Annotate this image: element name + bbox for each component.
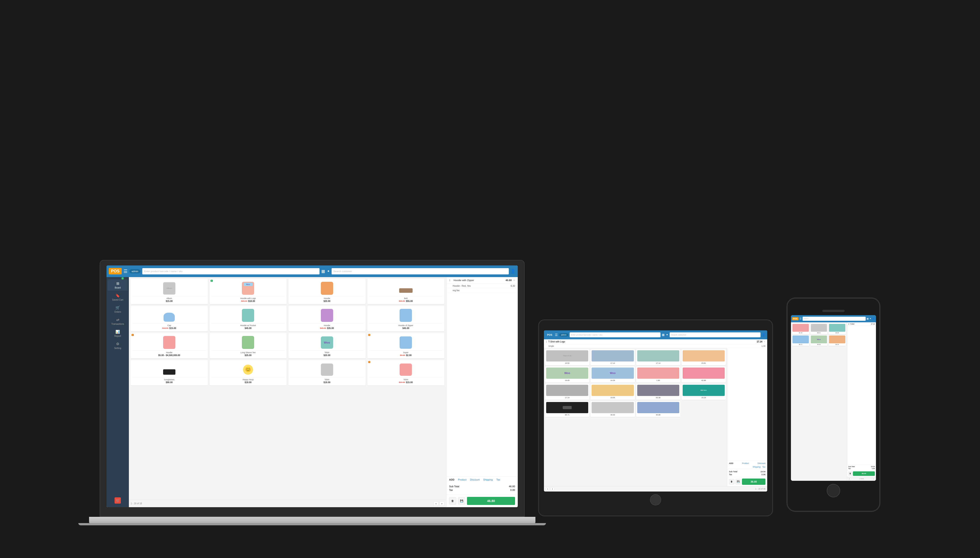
product-card[interactable]: Woo 14.29 — [590, 366, 635, 382]
product-card[interactable]: 4 Hoodie $5.00 - $4,500,000.00 — [131, 333, 208, 358]
tablet-cart-side: ADD Product Discount Shipping Tax Sub To… — [727, 348, 767, 486]
product-card[interactable]: 19.05 — [590, 384, 635, 400]
tablet-cart-delete[interactable]: ✕ — [764, 340, 765, 343]
phone-search[interactable]: Search... — [803, 317, 866, 321]
add-tax-link[interactable]: Tax — [496, 478, 500, 481]
menu-icon[interactable]: ☰ — [123, 269, 128, 274]
add-shipping-link[interactable]: Shipping — [483, 478, 493, 481]
product-card[interactable]: Woo 19.05 — [545, 366, 589, 382]
product-card[interactable]: $9.21 — [810, 323, 828, 334]
product-card[interactable]: 52.38 — [636, 384, 680, 400]
product-card[interactable]: 5 Super $3.00 $2.00 — [367, 333, 444, 358]
product-name: Album — [133, 297, 206, 299]
tablet-home-button[interactable] — [650, 494, 661, 505]
tablet-add-shipping[interactable]: Shipping — [753, 466, 760, 468]
product-card[interactable]: 17.14 — [590, 349, 635, 365]
product-card[interactable]: $3.20 — [828, 335, 846, 346]
product-card[interactable]: 1.90 — [636, 366, 680, 382]
sidebar-item-report[interactable]: 📊 Report — [108, 328, 128, 339]
product-card[interactable]: Belt $65.00 $55.00 — [367, 279, 444, 304]
product-card[interactable]: Woo Tshirt $20.00 — [288, 333, 365, 358]
product-card[interactable]: Hoodie w/ Pocket $45.00 — [210, 306, 287, 331]
tablet: POS ☰ admin Enter product barcode / name… — [538, 319, 773, 516]
product-card[interactable]: Album Album $15.00 — [131, 279, 208, 304]
sidebar-item-savedcart[interactable]: 🔖 Saved Cart — [108, 292, 128, 303]
product-card[interactable]: 42.86 — [682, 366, 726, 382]
product-card[interactable]: 17.14 — [545, 384, 589, 400]
product-price: $5.71 — [793, 344, 809, 345]
product-card[interactable]: $4.90 — [828, 323, 846, 334]
product-card[interactable]: S Woo Hoodie with Logo $20.00 — [210, 279, 287, 304]
phone-delete-button[interactable]: 🗑 — [848, 472, 852, 476]
tablet-next-button[interactable]: › — [551, 487, 554, 491]
product-price: 15.24 — [683, 397, 725, 399]
customer-search-input[interactable]: Search customer — [332, 268, 509, 274]
phone-tax-value: 0.96 — [872, 468, 875, 469]
tablet-customer-search[interactable]: Search customer — [670, 332, 760, 337]
pagination-text: 1 - 16 of 18 — [131, 502, 142, 505]
phone-barcode-icon[interactable]: ▦ — [867, 317, 869, 320]
phone-charge-button[interactable]: 36.00 — [853, 471, 875, 476]
sidebar-item-transactions[interactable]: ⇄ Transactions — [108, 316, 128, 327]
sidebar-item-setting[interactable]: ⚙ Setting — [108, 340, 128, 351]
sidebar-item-cart[interactable]: 🛒 — [114, 496, 122, 505]
product-card[interactable]: $1.90 — [792, 323, 810, 334]
save-cart-button[interactable]: 💾 — [458, 497, 465, 504]
next-page-button[interactable]: › — [439, 501, 444, 506]
tablet-product-search[interactable]: Enter product barcode / name / sku — [570, 332, 660, 337]
phone-home-button[interactable] — [827, 484, 840, 497]
tablet-menu-icon[interactable]: ☰ — [555, 333, 558, 336]
product-card[interactable]: From 47.29 10.52 — [545, 349, 589, 365]
add-discount-link[interactable]: Discount — [470, 478, 480, 481]
tablet-save-button[interactable]: 💾 — [736, 479, 741, 484]
tablet-product-grid-container: From 47.29 10.52 17.14 17.14 — [544, 348, 727, 486]
product-card[interactable]: Sunglasses $90.00 — [131, 360, 208, 386]
product-image — [793, 335, 809, 343]
tablet-add-tax[interactable]: Tax — [762, 466, 765, 468]
product-card[interactable]: Hoodie $20.00 — [288, 279, 365, 304]
product-image — [546, 385, 588, 396]
phone-next-btn[interactable]: › — [872, 478, 875, 480]
phone-menu-icon[interactable]: ☰ — [800, 317, 802, 320]
sidebar-item-orders[interactable]: 🛒 Orders — [108, 304, 128, 315]
tablet-prev-button[interactable]: ‹ — [546, 487, 549, 491]
product-price: $5.00 - $4,500,000.00 — [133, 354, 206, 356]
product-card[interactable]: 17.14 — [636, 349, 680, 365]
tablet-barcode-icon[interactable]: ▦ — [662, 333, 665, 336]
product-price: $4.90 — [829, 332, 845, 333]
product-card[interactable]: Cap $18.00 $15.00 — [131, 306, 208, 331]
tablet-delete-button[interactable]: 🗑 — [729, 479, 734, 484]
product-card[interactable]: Woo $4.00 — [810, 335, 828, 346]
product-card[interactable]: 85.71 — [545, 401, 589, 417]
product-card[interactable]: Hoodie $45.00 $35.00 — [288, 306, 365, 331]
tablet-add-product[interactable]: Product — [742, 462, 749, 464]
cart-item-delete-button[interactable]: ✕ — [513, 279, 515, 282]
product-card[interactable]: 23.81 — [682, 349, 726, 365]
delete-cart-button[interactable]: 🗑 — [449, 497, 456, 504]
prev-page-button[interactable]: ‹ — [434, 501, 439, 506]
product-card[interactable]: 39.33 — [590, 401, 635, 417]
customer-icon[interactable]: 👤 — [511, 269, 516, 274]
tablet-user-badge[interactable]: admin — [559, 333, 568, 336]
phone-prev-btn[interactable]: ‹ — [848, 478, 851, 480]
tablet-cart-price: 17.14 — [757, 340, 762, 343]
cart-add-row: ADD Product Discount Shipping Tax — [446, 476, 518, 483]
product-search-input[interactable]: Enter product barcode / name / sku — [142, 268, 320, 274]
user-badge[interactable]: admin — [129, 269, 141, 273]
barcode-icon[interactable]: ▦ — [321, 269, 325, 274]
product-card[interactable]: 45.86 — [636, 401, 680, 417]
product-card[interactable]: 😊 Happy Ninja $18.00 — [210, 360, 287, 386]
charge-button[interactable]: 46.80 — [467, 497, 515, 505]
tablet-customer-icon[interactable]: 👤 — [762, 333, 765, 336]
product-card[interactable]: Tshirt $18.00 — [288, 360, 365, 386]
add-product-link[interactable]: Product — [458, 478, 467, 481]
product-card[interactable]: Long Sleeve Tee $25.00 — [210, 333, 287, 358]
product-card[interactable]: Hoodie of Zipper $45.00 — [367, 306, 444, 331]
tablet-charge-button[interactable]: 36.00 — [742, 479, 765, 485]
tablet-add-discount[interactable]: Discount — [757, 462, 765, 464]
sidebar-item-board[interactable]: 3 ⊞ Board — [108, 279, 128, 291]
product-card[interactable]: 5 Tshirt $20.00 $15.00 — [367, 360, 444, 386]
phone-customer-icon[interactable]: 👤 — [872, 317, 875, 320]
product-card[interactable]: $5.71 — [792, 335, 810, 346]
product-card[interactable]: Belt item 15.24 — [682, 384, 726, 400]
